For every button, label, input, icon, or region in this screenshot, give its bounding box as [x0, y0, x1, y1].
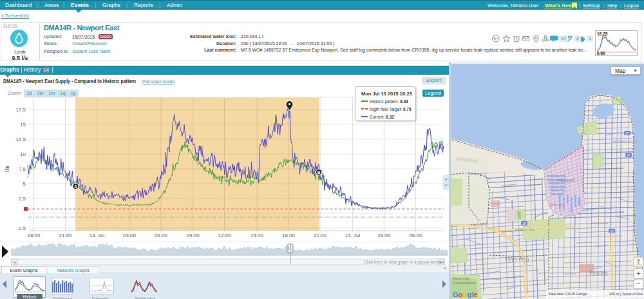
svg-text:l/s: l/s [4, 166, 10, 172]
svg-text:15: 15 [20, 122, 26, 128]
svg-text:2.5: 2.5 [19, 196, 26, 202]
svg-text:26: 26 [610, 229, 614, 233]
svg-text:7.5: 7.5 [19, 166, 26, 172]
svg-text:12:00: 12:00 [218, 233, 232, 238]
svg-text:Kippa-Ring: Kippa-Ring [505, 256, 529, 262]
svg-text:09:00: 09:00 [187, 233, 200, 238]
svg-text:17.5: 17.5 [15, 107, 26, 113]
svg-text:27: 27 [625, 131, 629, 135]
svg-text:-2.5: -2.5 [17, 226, 26, 231]
svg-text:Map data ©2015 Google: Map data ©2015 Google [549, 292, 587, 296]
svg-text:o: o [463, 291, 468, 298]
svg-text:◂: ◂ [14, 260, 15, 264]
svg-text:Click here to view graph in a: Click here to view graph in a popup wind… [364, 260, 444, 265]
svg-text:15:00: 15:00 [251, 233, 264, 238]
svg-text:Conservation: Conservation [453, 281, 475, 285]
svg-text:Scarborough: Scarborough [613, 139, 638, 144]
svg-text:12.5: 12.5 [15, 137, 26, 142]
svg-text:e: e [474, 291, 478, 298]
svg-text:Hays Inlet: Hays Inlet [453, 276, 470, 280]
svg-text:5: 5 [23, 181, 26, 187]
svg-text:Newport: Newport [557, 177, 576, 183]
svg-text:200 m | Terms of Use: 200 m | Terms of Use [609, 292, 643, 296]
svg-text:18:00: 18:00 [282, 233, 296, 238]
svg-text:18:00: 18:00 [27, 233, 41, 238]
svg-text:Redcliffe: Redcliffe [589, 270, 608, 276]
svg-text:−: − [636, 279, 640, 287]
svg-text:0.60: 0.60 [597, 51, 605, 55]
svg-text:27: 27 [627, 153, 630, 157]
svg-text:g: g [468, 291, 472, 298]
svg-text:Griffin Rd: Griffin Rd [549, 203, 564, 207]
svg-text:03:00: 03:00 [123, 233, 137, 238]
svg-text:Anzac Ave: Anzac Ave [591, 221, 608, 225]
svg-text:14. Jul: 14. Jul [90, 233, 105, 238]
svg-text:A: A [74, 184, 77, 189]
svg-text:21:00: 21:00 [314, 233, 327, 238]
svg-text:Klingner Rd: Klingner Rd [515, 227, 534, 231]
svg-text:10: 10 [20, 151, 26, 157]
svg-text:15. Jul: 15. Jul [345, 233, 361, 238]
svg-text:06:00: 06:00 [409, 233, 422, 238]
svg-text:G: G [453, 291, 459, 298]
svg-text:06:00: 06:00 [155, 233, 168, 238]
svg-text:B: B [317, 170, 321, 175]
svg-text:21:00: 21:00 [59, 233, 72, 238]
svg-text:+: + [636, 269, 640, 277]
svg-text:26: 26 [522, 222, 526, 226]
svg-text:o: o [459, 291, 463, 298]
svg-text:»: » [445, 177, 448, 182]
svg-text:«: « [445, 183, 448, 188]
svg-text:16.25: 16.25 [597, 32, 608, 36]
svg-text:03:00: 03:00 [377, 233, 391, 238]
